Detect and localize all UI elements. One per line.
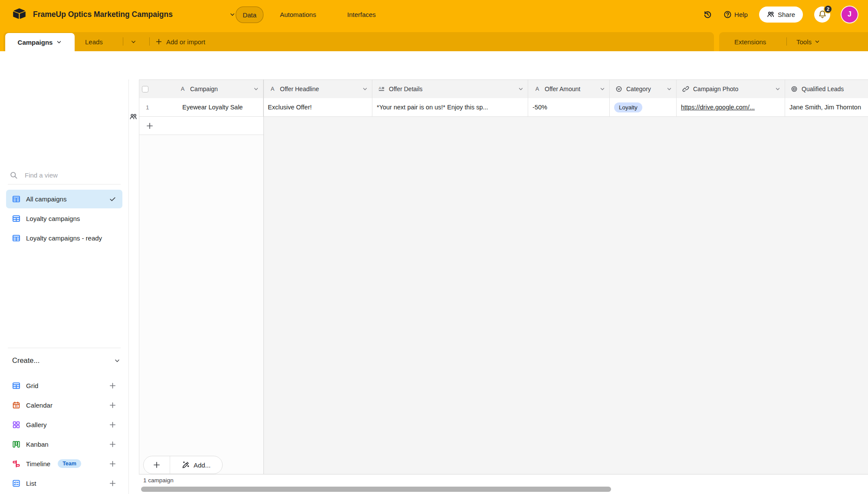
tab-leads[interactable]: Leads: [85, 32, 103, 51]
tools-label: Tools: [796, 38, 812, 46]
create-label: Create...: [12, 356, 39, 365]
chevron-down-icon: [253, 86, 259, 92]
view-label: Loyalty campaigns - ready: [26, 234, 102, 242]
views-sidebar: All campaigns Loyalty campaigns Loyalty …: [0, 79, 128, 494]
svg-text:A: A: [379, 86, 381, 90]
chevron-down-icon: [666, 86, 672, 92]
checkmark-icon: [109, 195, 116, 203]
tab-divider: [149, 37, 150, 46]
base-title[interactable]: FrameUp Optics Marketing Campaigns: [33, 0, 173, 29]
plus-icon: [155, 38, 162, 45]
add-row-button[interactable]: [139, 117, 263, 135]
add-with-ai-button[interactable]: Add...: [170, 456, 222, 474]
create-item-kanban[interactable]: Kanban: [6, 435, 122, 454]
cell-value: Jane Smith, Jim Thornton: [789, 104, 861, 111]
sidebar-view-loyalty-campaigns[interactable]: Loyalty campaigns: [6, 209, 122, 228]
plus-icon: [109, 480, 116, 487]
cell-campaign[interactable]: 1 Eyewear Loyalty Sale: [139, 98, 263, 116]
cell-qualified-leads[interactable]: Jane Smith, Jim Thornton: [785, 98, 868, 116]
tab-campaigns-label: Campaigns: [18, 39, 53, 46]
tools-button[interactable]: Tools: [796, 32, 820, 51]
lookup-icon: [791, 86, 798, 92]
frozen-column-divider[interactable]: [263, 79, 264, 474]
nav-tab-data[interactable]: Data: [236, 7, 263, 23]
cell-value: Eyewear Loyalty Sale: [182, 104, 243, 111]
create-item-list[interactable]: List: [6, 474, 122, 493]
single-line-text-icon: A: [269, 86, 276, 92]
table-left-border: [139, 79, 139, 474]
tab-campaigns[interactable]: Campaigns: [5, 33, 75, 51]
find-view-search[interactable]: [10, 167, 118, 183]
help-button[interactable]: Help: [723, 10, 748, 19]
create-item-timeline[interactable]: Timeline Team: [6, 454, 122, 473]
column-header-category[interactable]: Category: [610, 80, 677, 98]
tab-list-chevron-down-icon[interactable]: [130, 32, 137, 51]
table-bottom-border: [139, 474, 868, 474]
airtable-logo-icon[interactable]: [13, 8, 26, 19]
create-item-gallery[interactable]: Gallery: [6, 415, 122, 434]
tab-divider: [786, 37, 787, 46]
search-icon: [10, 171, 18, 179]
top-app-bar: FrameUp Optics Marketing Campaigns Data …: [0, 0, 868, 29]
cell-value: *Your next pair is on us!* Enjoy this sp…: [377, 104, 488, 111]
plus-icon: [109, 441, 116, 448]
column-header-qualified-leads[interactable]: Qualified Leads: [785, 80, 868, 98]
cell-category[interactable]: Loyalty: [610, 98, 677, 116]
chevron-down-icon: [814, 39, 820, 45]
column-label: Campaign: [190, 86, 218, 92]
column-header-offer-headline[interactable]: A Offer Headline: [263, 80, 372, 98]
history-icon[interactable]: [703, 10, 712, 19]
column-header-campaign-photo[interactable]: Campaign Photo: [677, 80, 785, 98]
plus-icon: [109, 402, 116, 409]
plus-icon: [109, 382, 116, 389]
extensions-button[interactable]: Extensions: [734, 32, 766, 51]
tab-strip-well: [3, 32, 714, 51]
create-item-label: Kanban: [26, 441, 49, 448]
cell-offer-headline[interactable]: Exclusive Offer!: [263, 98, 372, 116]
create-section-header[interactable]: Create...: [12, 356, 121, 365]
view-toolbar: Views All campaigns 1 hidden field Filte…: [0, 51, 868, 79]
nav-tab-automations[interactable]: Automations: [280, 7, 316, 22]
sidebar-view-loyalty-campaigns-ready[interactable]: Loyalty campaigns - ready: [6, 229, 122, 247]
svg-text:31: 31: [15, 405, 18, 408]
chevron-down-icon: [56, 39, 62, 45]
url-link[interactable]: https://drive.google.com/...: [681, 104, 755, 111]
sidebar-divider: [8, 348, 121, 348]
sidebar-view-all-campaigns[interactable]: All campaigns: [6, 190, 122, 208]
cell-offer-amount[interactable]: -50%: [528, 98, 610, 116]
notification-badge: 2: [824, 5, 832, 13]
chevron-down-icon: [362, 86, 368, 92]
gallery-icon: [12, 421, 20, 429]
nav-tab-interfaces[interactable]: Interfaces: [347, 7, 376, 22]
svg-text:A: A: [181, 86, 185, 92]
avatar[interactable]: J: [842, 7, 858, 23]
grid-view-icon: [12, 214, 20, 223]
cell-offer-details[interactable]: *Your next pair is on us!* Enjoy this sp…: [372, 98, 528, 116]
column-header-campaign[interactable]: A Campaign: [139, 80, 263, 98]
create-item-label: Timeline: [26, 460, 50, 468]
create-item-grid[interactable]: Grid: [6, 376, 122, 395]
view-label: All campaigns: [26, 195, 66, 203]
add-or-import-button[interactable]: Add or import: [155, 32, 205, 51]
cell-campaign-photo[interactable]: https://drive.google.com/...: [677, 98, 785, 116]
column-header-offer-details[interactable]: A Offer Details: [372, 80, 528, 98]
column-label: Qualified Leads: [802, 86, 844, 92]
collaborators-icon: [129, 112, 138, 121]
find-view-input[interactable]: [24, 171, 104, 179]
select-all-checkbox[interactable]: [142, 86, 148, 92]
horizontal-scrollbar-thumb[interactable]: [141, 487, 611, 492]
chevron-down-icon: [599, 86, 605, 92]
plus-icon: [109, 421, 116, 428]
add-record-pill: Add...: [143, 456, 223, 474]
plus-icon: [153, 461, 161, 469]
column-label: Campaign Photo: [693, 86, 738, 92]
add-record-button[interactable]: [144, 456, 170, 474]
svg-text:A: A: [271, 86, 275, 92]
people-icon: [767, 10, 775, 18]
base-title-chevron-down-icon[interactable]: [229, 11, 236, 18]
share-button[interactable]: Share: [759, 7, 803, 23]
notifications-button[interactable]: 2: [814, 7, 830, 23]
create-item-calendar[interactable]: 31 Calendar: [6, 395, 122, 415]
column-header-offer-amount[interactable]: A Offer Amount: [528, 80, 610, 98]
calendar-icon: 31: [12, 401, 20, 409]
